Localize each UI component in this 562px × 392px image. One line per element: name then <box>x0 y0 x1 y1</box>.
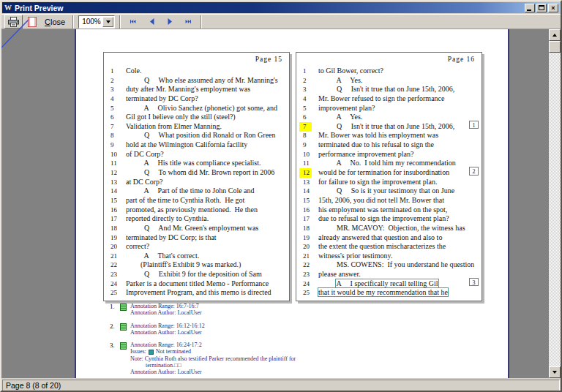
annotation-list: 1.Annotation Range: 16:7-16:7Annotation … <box>110 303 476 378</box>
issue-color-swatch <box>149 350 154 355</box>
chevron-down-icon <box>106 20 110 23</box>
transcript-line: 4terminated by DC Corp? <box>104 93 289 102</box>
close-window-button[interactable]: × <box>548 4 558 12</box>
transcript-line: 6 A Yes. <box>296 111 482 121</box>
transcript-line: 20correct? <box>104 241 289 250</box>
maximize-button[interactable] <box>536 4 547 12</box>
line-text: terminated due to his refusal to sign th… <box>318 140 434 148</box>
toolbar-separator <box>72 15 74 29</box>
arrow-up-icon <box>552 34 557 37</box>
transcript-lines: 1Cole.2 Q Who else assumed any of Mr. Ma… <box>104 65 289 296</box>
transcript-line: 4Mr. Bower refused to sign the performan… <box>296 93 482 102</box>
close-preview-label: Close <box>45 18 65 26</box>
line-text: already answered that question and also … <box>318 233 442 241</box>
line-number: 25 <box>107 288 119 298</box>
line-text: duty after Mr. Manning's employment was <box>126 85 250 93</box>
toolbar-separator <box>119 15 121 29</box>
transcript-line: 12would be for termination for insubordi… <box>296 167 482 176</box>
transcript-line: 21 A That's correct. <box>104 250 289 260</box>
transcript-line: 23please answer. <box>296 268 482 278</box>
transcript-line: 22 MS. COWENS: If you understand he ques… <box>296 259 482 268</box>
minimize-button[interactable] <box>525 4 535 12</box>
line-text: Q Isn't it true that on June 15th, 2006, <box>318 85 454 93</box>
page-header: Page 16 <box>448 56 475 63</box>
transcript-line: 9hold at the Wilmington California facil… <box>104 139 289 148</box>
page-setup-button[interactable] <box>25 15 40 29</box>
transcript-page-16: Page 16 1to Gil Bower, correct?2 A Yes.3… <box>296 52 482 301</box>
annotation-note-continued: termination.□□ <box>130 362 296 369</box>
line-text: Q To whom did Mr. Brown report in 2006 <box>126 168 274 176</box>
toolbar-separator <box>201 15 202 29</box>
line-text: please answer. <box>318 270 361 278</box>
title-bar: W Print Preview × <box>2 2 560 13</box>
scroll-up-button[interactable] <box>549 29 561 41</box>
annotation-number: 2. <box>110 323 119 336</box>
annotation-marker-box: 2 <box>469 167 479 176</box>
transcript-line: 11 A His title was compliance specialist… <box>104 157 289 167</box>
line-text: Gil got I believe only the still (steel?… <box>126 113 236 121</box>
line-text: due to refusal to sign the improvement p… <box>318 214 449 222</box>
transcript-line: 9terminated due to his refusal to sign t… <box>296 139 482 148</box>
transcript-line: 17reported directly to Cynthia. <box>104 213 289 222</box>
zoom-dropdown-button[interactable] <box>102 17 113 27</box>
annotation-details: Annotation Range: 16:7-16:7Annotation Au… <box>130 303 202 317</box>
line-text: terminated by DC Corp; is that <box>126 233 217 241</box>
issue-name: Not terminated <box>156 348 191 355</box>
scroll-down-button[interactable] <box>549 366 561 378</box>
transcript-line: 25that it would be my recommendation tha… <box>296 287 482 296</box>
line-text: Q Isn't it true that on June 15th, 2006, <box>318 122 454 130</box>
line-text: promoted, as previously mentioned. He th… <box>126 206 258 214</box>
transcript-lines: 1to Gil Bower, correct?2 A Yes.3 Q Isn't… <box>296 65 482 296</box>
transcript-line: 11 A No. I told him my recommendation <box>296 157 482 167</box>
line-text: Mr. Bower was told his employment was <box>318 131 438 139</box>
zoom-select[interactable]: 100% <box>78 15 115 29</box>
line-text: Q And Mr. Green's employment was <box>126 224 258 232</box>
annotation-number: 1. <box>110 303 119 317</box>
minimize-icon <box>527 10 531 11</box>
page-status-text: Page 8 (8 of 20) <box>2 380 560 391</box>
line-text: MR. MCAVOY: Objection, the witness has <box>318 224 465 232</box>
issues-label: Issues: <box>130 348 146 355</box>
annotation-details: Annotation Range: 16:24-17:2Issues:Not t… <box>130 342 296 375</box>
line-text: improvement plan? <box>318 104 375 112</box>
vertical-scrollbar[interactable] <box>549 29 561 378</box>
page-setup-icon <box>28 17 37 27</box>
transcript-line: 14 A Part of the time to John Cole and <box>104 185 289 195</box>
transcript-line: 3 Q Isn't it true that on June 15th, 200… <box>296 83 482 93</box>
nav-previous-button[interactable] <box>143 15 160 29</box>
annotation-note-icon <box>120 342 127 350</box>
line-text: Validation from Elmer Manning. <box>126 122 222 130</box>
line-text: reported directly to Cynthia. <box>126 214 209 222</box>
transcript-line: 2 A Yes. <box>296 75 482 84</box>
transcript-line: 24Parker is a document titled Memo - Per… <box>104 278 289 287</box>
line-indent <box>318 279 336 287</box>
annotation-number: 3. <box>110 342 119 375</box>
transcript-line: 7Validation from Elmer Manning. <box>104 121 289 130</box>
transcript-line: 16promoted, as previously mentioned. He … <box>104 204 289 214</box>
scroll-thumb[interactable] <box>549 41 561 53</box>
line-number: 25 <box>299 288 312 298</box>
line-text: Q So is it your testimony that on June <box>318 186 454 195</box>
transcript-line: 15part of the time to Cynthia Roth. He g… <box>104 195 289 204</box>
toolbar: Close 100% <box>1 14 561 29</box>
transcript-line: 1to Gil Bower, correct? <box>296 65 482 75</box>
transcript-line: 3duty after Mr. Manning's employment was <box>104 83 289 93</box>
annotation-range: Annotation Range: 16:7-16:7 <box>130 303 202 309</box>
line-text: A Yes. <box>318 113 362 121</box>
close-preview-button[interactable]: Close <box>42 15 68 29</box>
nav-last-button[interactable] <box>180 15 196 29</box>
transcript-line: 5improvement plan? <box>296 102 482 112</box>
line-text: Parker is a document titled Memo - Perfo… <box>126 279 269 287</box>
line-text: terminated by DC Corp? <box>126 94 198 102</box>
annotated-text-range: that it would be my recommendation that … <box>318 288 448 296</box>
first-page-icon <box>130 18 136 25</box>
annotation-note: Note: Cynthia Roth also testified Parker… <box>130 355 296 362</box>
nav-first-button[interactable] <box>125 15 141 29</box>
annotation-item: 3.Annotation Range: 16:24-17:2Issues:Not… <box>110 342 476 375</box>
annotation-note-icon <box>120 304 127 311</box>
nav-next-button[interactable] <box>162 15 178 29</box>
preview-area: Page 15 1Cole.2 Q Who else assumed any o… <box>1 29 561 378</box>
print-button[interactable] <box>4 15 23 29</box>
transcript-line: 2 Q Who else assumed any of Mr. Manning'… <box>104 75 289 84</box>
line-text: Q What position did Ronald or Ron Green <box>126 131 276 139</box>
